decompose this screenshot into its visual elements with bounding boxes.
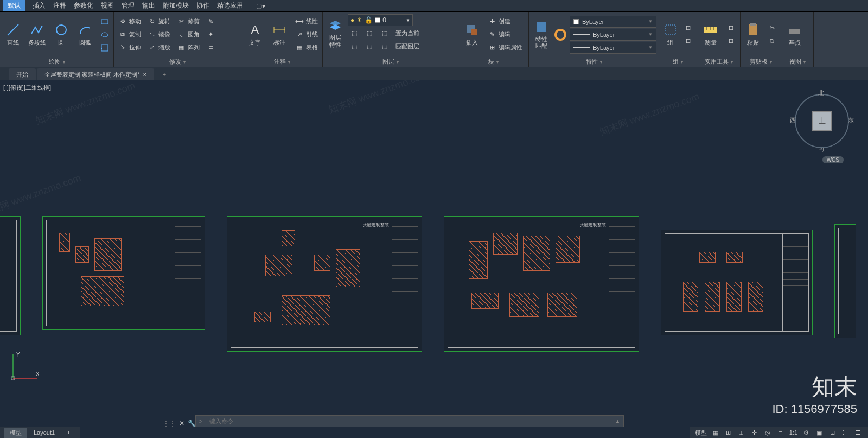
layout-add[interactable]: + bbox=[61, 428, 75, 437]
close-cmdline-icon[interactable]: ✕ bbox=[179, 420, 184, 427]
util-tool-2[interactable]: ⊞ bbox=[724, 35, 737, 47]
copy-button[interactable]: ⧉复制 bbox=[116, 29, 143, 41]
clean-screen-icon[interactable]: ⛶ bbox=[841, 428, 850, 437]
menu-insert[interactable]: 插入 bbox=[33, 1, 46, 10]
sheet-2[interactable]: 大匠定制整装 bbox=[227, 216, 422, 352]
layout-model[interactable]: 模型 bbox=[4, 428, 27, 438]
copy-clip-button[interactable]: ⧉ bbox=[765, 35, 778, 47]
isolate-icon[interactable]: ▣ bbox=[815, 428, 824, 437]
erase-button[interactable]: ✎ bbox=[204, 16, 217, 28]
linetype-dropdown[interactable]: ByLayer▼ bbox=[570, 42, 656, 54]
cmdline-handle-icon[interactable]: ⋮⋮ bbox=[163, 420, 176, 427]
menu-parametric[interactable]: 参数化 bbox=[74, 1, 93, 10]
sheet-0[interactable] bbox=[0, 216, 21, 335]
panel-view-title[interactable]: 视图 bbox=[783, 56, 811, 67]
panel-draw-title[interactable]: 绘图 bbox=[2, 56, 111, 67]
sheet-1[interactable] bbox=[42, 216, 205, 330]
layer-tool-6[interactable]: ⬚ bbox=[378, 40, 391, 52]
viewcube-east[interactable]: 东 bbox=[848, 116, 854, 124]
layer-dropdown[interactable]: ● ☀ 🔓 0 ▼ bbox=[348, 14, 413, 26]
paste-button[interactable]: 粘贴 bbox=[743, 16, 763, 53]
status-model[interactable]: 模型 bbox=[695, 429, 707, 437]
fillet-button[interactable]: ◟圆角 bbox=[175, 29, 202, 41]
stretch-button[interactable]: ⇲拉伸 bbox=[116, 42, 143, 54]
menu-collab[interactable]: 协作 bbox=[196, 1, 209, 10]
layer-properties-button[interactable]: 图层 特性 bbox=[325, 16, 346, 50]
viewcube-north[interactable]: 北 bbox=[818, 89, 824, 97]
move-button[interactable]: ✥移动 bbox=[116, 16, 143, 28]
ellipse-button[interactable] bbox=[98, 29, 111, 41]
panel-modify-title[interactable]: 修改 bbox=[116, 56, 239, 67]
layout-layout1[interactable]: Layout1 bbox=[28, 428, 60, 437]
text-button[interactable]: A 文字 bbox=[244, 16, 266, 53]
make-current-button[interactable]: 置为当前 bbox=[393, 27, 422, 39]
hatch-button[interactable] bbox=[98, 42, 111, 54]
layer-tool-5[interactable]: ⬚ bbox=[363, 40, 376, 52]
leader-button[interactable]: ↗引线 bbox=[293, 29, 320, 41]
insert-block-button[interactable]: 插入 bbox=[461, 16, 483, 53]
polyline-button[interactable]: 多段线 bbox=[26, 16, 48, 53]
panel-layers-title[interactable]: 图层 bbox=[325, 56, 456, 67]
util-tool-1[interactable]: ⊡ bbox=[724, 22, 737, 34]
panel-annotation-title[interactable]: 注释 bbox=[244, 56, 320, 67]
edit-attr-button[interactable]: ⊞编辑属性 bbox=[486, 42, 525, 54]
tab-start[interactable]: 开始 bbox=[9, 68, 36, 80]
osnap-toggle-icon[interactable]: ◎ bbox=[763, 428, 772, 437]
viewport-label[interactable]: [-][俯视][二维线框] bbox=[3, 84, 51, 92]
ortho-toggle-icon[interactable]: ⟂ bbox=[737, 428, 746, 437]
polar-toggle-icon[interactable]: ✛ bbox=[750, 428, 759, 437]
customize-status-icon[interactable]: ☰ bbox=[854, 428, 863, 437]
create-block-button[interactable]: ✚创建 bbox=[486, 16, 525, 28]
dimension-button[interactable]: 标注 bbox=[269, 16, 291, 53]
color-wheel-button[interactable] bbox=[553, 16, 567, 53]
chevron-up-icon[interactable]: ▲ bbox=[615, 418, 620, 424]
tab-new[interactable]: + bbox=[155, 68, 174, 80]
lineweight-dropdown[interactable]: ByLayer▼ bbox=[570, 29, 656, 41]
menu-view[interactable]: 视图 bbox=[101, 1, 114, 10]
menu-manage[interactable]: 管理 bbox=[122, 1, 135, 10]
match-layer-button[interactable]: 匹配图层 bbox=[393, 40, 422, 52]
layer-tool-2[interactable]: ⬚ bbox=[363, 27, 376, 39]
rotate-button[interactable]: ↻旋转 bbox=[145, 16, 173, 28]
group-tool-1[interactable]: ⊞ bbox=[681, 22, 694, 34]
cut-button[interactable]: ✂ bbox=[765, 22, 778, 34]
menu-output[interactable]: 输出 bbox=[142, 1, 155, 10]
wcs-badge[interactable]: WCS bbox=[822, 156, 844, 163]
panel-clipboard-title[interactable]: 剪贴板 bbox=[743, 56, 778, 67]
panel-block-title[interactable]: 块 bbox=[461, 56, 526, 67]
command-input[interactable] bbox=[209, 418, 612, 424]
edit-block-button[interactable]: ✎编辑 bbox=[486, 29, 525, 41]
color-dropdown[interactable]: ByLayer▼ bbox=[570, 16, 656, 28]
table-button[interactable]: ▦表格 bbox=[293, 42, 320, 54]
tab-file[interactable]: 全屋整装定制 家装样板间 木作定制*× bbox=[37, 68, 154, 80]
mirror-button[interactable]: ⇋镜像 bbox=[145, 29, 173, 41]
arc-button[interactable]: 圆弧 bbox=[74, 16, 96, 53]
group-tool-2[interactable]: ⊟ bbox=[681, 35, 694, 47]
explode-button[interactable]: ✦ bbox=[204, 29, 217, 41]
viewcube-ring[interactable] bbox=[795, 94, 849, 148]
linear-dim-button[interactable]: ⟷线性 bbox=[293, 16, 320, 28]
line-button[interactable]: 直线 bbox=[2, 16, 24, 53]
layer-tool-3[interactable]: ⬚ bbox=[378, 27, 391, 39]
measure-button[interactable]: 测量 bbox=[699, 16, 722, 53]
menu-annotate[interactable]: 注释 bbox=[53, 1, 66, 10]
trim-button[interactable]: ✂修剪 bbox=[175, 16, 202, 28]
rectangle-button[interactable] bbox=[98, 16, 111, 28]
scale-button[interactable]: ⤢缩放 bbox=[145, 42, 173, 54]
sheet-4[interactable] bbox=[661, 230, 813, 335]
panel-group-title[interactable]: 组 bbox=[661, 56, 694, 67]
view-cube[interactable]: 北 南 东 西 上 bbox=[792, 91, 852, 151]
layer-tool-1[interactable]: ⬚ bbox=[348, 27, 361, 39]
panel-properties-title[interactable]: 特性 bbox=[531, 56, 656, 67]
viewcube-south[interactable]: 南 bbox=[818, 145, 824, 153]
command-line[interactable]: >_ ▲ bbox=[195, 415, 624, 427]
drawing-canvas[interactable]: [-][俯视][二维线框] 知末网 www.znzmo.com 知末网 www.… bbox=[0, 80, 868, 415]
grid-toggle-icon[interactable]: ▦ bbox=[711, 428, 720, 437]
offset-button[interactable]: ⊂ bbox=[204, 42, 217, 54]
snap-toggle-icon[interactable]: ⊞ bbox=[724, 428, 733, 437]
close-icon[interactable]: × bbox=[143, 71, 146, 78]
customize-cmdline-icon[interactable]: 🔧 bbox=[188, 420, 196, 427]
gear-icon[interactable]: ⚙ bbox=[802, 428, 810, 437]
group-button[interactable]: 组 bbox=[661, 16, 679, 53]
menu-featured[interactable]: 精选应用 bbox=[217, 1, 243, 10]
